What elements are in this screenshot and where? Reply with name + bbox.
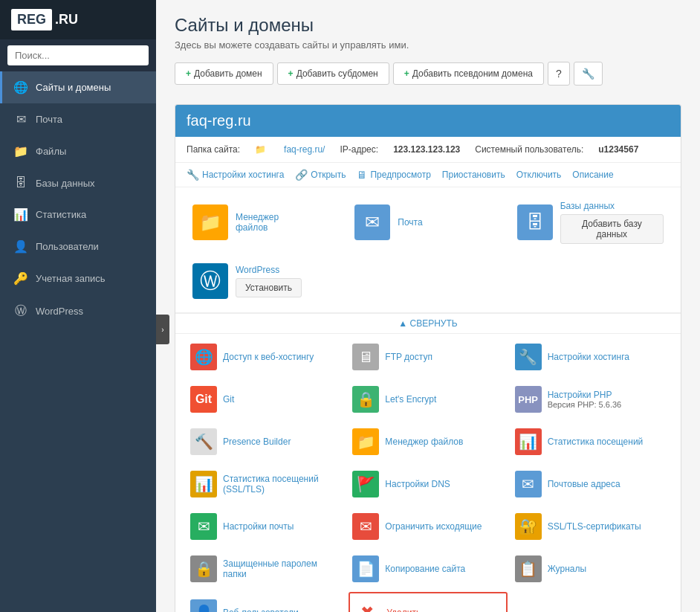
settings-button[interactable]: 🔧 bbox=[574, 62, 603, 86]
sidebar-nav: 🌐 Сайты и домены ← ✉ Почта 📁 Файлы 🗄 Баз… bbox=[0, 71, 156, 612]
open-link[interactable]: 🔗 Открыть bbox=[295, 169, 346, 181]
sidebar-item-label: Файлы bbox=[36, 146, 66, 157]
ext-copy-site[interactable]: 📄 Копирование сайта bbox=[349, 550, 507, 588]
sidebar-item-account[interactable]: 🔑 Учетная запись bbox=[0, 262, 156, 294]
users-icon: 👤 bbox=[13, 239, 28, 254]
ext-label-presence: Presence Builder bbox=[223, 437, 291, 447]
ext-file-manager2[interactable]: 📁 Менеджер файлов bbox=[349, 422, 507, 461]
ext-password-folders[interactable]: 🔒 Защищенные паролем папки bbox=[187, 550, 345, 588]
ext-label-copy: Копирование сайта bbox=[385, 564, 465, 574]
ext-label-dns: Настройки DNS bbox=[385, 479, 450, 489]
sys-user-value: u1234567 bbox=[598, 144, 638, 155]
add-alias-label: Добавить псевдоним домена bbox=[412, 68, 533, 79]
disable-label: Отключить bbox=[516, 170, 562, 180]
sidebar-item-databases[interactable]: 🗄 Базы данных bbox=[0, 167, 156, 199]
add-domain-label: Добавить домен bbox=[194, 68, 262, 79]
hosting-icon: 🔧 bbox=[515, 344, 542, 370]
db-link[interactable]: Базы данных bbox=[560, 201, 664, 211]
ext-web-users[interactable]: 👤 Веб-пользователи bbox=[187, 592, 345, 612]
files2-icon: 📁 bbox=[352, 428, 379, 455]
plus-icon2: + bbox=[288, 68, 294, 79]
sidebar-item-files[interactable]: 📁 Файлы bbox=[0, 135, 156, 167]
add-subdomain-button[interactable]: + Добавить субдомен bbox=[277, 62, 389, 85]
ext-lets-encrypt[interactable]: 🔒 Let's Encrypt bbox=[349, 380, 507, 419]
sidebar-item-wordpress[interactable]: Ⓦ WordPress bbox=[0, 294, 156, 328]
ftp-icon: 🖥 bbox=[352, 344, 379, 370]
ext-logs[interactable]: 📋 Журналы bbox=[511, 550, 670, 588]
plus-icon3: + bbox=[404, 68, 409, 79]
ssl-cert-icon: 🔐 bbox=[515, 513, 542, 540]
add-alias-button[interactable]: + Добавить псевдоним домена bbox=[393, 62, 544, 85]
ext-web-hosting[interactable]: 🌐 Доступ к веб-хостингу bbox=[187, 338, 345, 376]
ext-ftp[interactable]: 🖥 FTP доступ bbox=[349, 338, 507, 376]
sys-user-label: Системный пользователь: bbox=[475, 144, 583, 155]
ext-ssl-certs[interactable]: 🔐 SSL/TLS-сертификаты bbox=[511, 507, 670, 546]
sidebar-item-users[interactable]: 👤 Пользователи bbox=[0, 231, 156, 262]
install-wp-button[interactable]: Установить bbox=[236, 278, 302, 297]
folder-link[interactable]: faq-reg.ru/ bbox=[284, 144, 325, 155]
files-icon: 📁 bbox=[13, 144, 28, 158]
wrench-icon: 🔧 bbox=[187, 169, 199, 181]
ext-php[interactable]: PHP Настройки PHP Версия PHP: 5.6.36 bbox=[511, 380, 670, 419]
collapse-bar[interactable]: ▲ СВЕРНУТЬ bbox=[175, 313, 681, 334]
globe-icon: 🌐 bbox=[13, 80, 28, 94]
hosting-settings-link[interactable]: 🔧 Настройки хостинга bbox=[187, 169, 284, 181]
sidebar-item-sites[interactable]: 🌐 Сайты и домены ← bbox=[0, 71, 156, 103]
globe-ext-icon: 🌐 bbox=[190, 344, 217, 370]
folder-icon: 📁 bbox=[255, 144, 266, 155]
mail-icon: ✉ bbox=[13, 112, 28, 126]
copy-icon: 📄 bbox=[352, 555, 379, 582]
delete-icon: ✖ bbox=[354, 599, 380, 612]
help-button[interactable]: ? bbox=[548, 62, 570, 86]
pause-label: Приостановить bbox=[442, 170, 505, 180]
open-icon: 🔗 bbox=[295, 169, 308, 181]
sidebar-item-stats[interactable]: 📊 Статистика bbox=[0, 199, 156, 231]
ext-mail-settings[interactable]: ✉ Настройки почты bbox=[187, 507, 345, 546]
service-mail: ✉ Почта bbox=[349, 195, 507, 250]
sidebar-item-mail[interactable]: ✉ Почта bbox=[0, 103, 156, 135]
ext-hosting-settings[interactable]: 🔧 Настройки хостинга bbox=[511, 338, 670, 376]
domain-name-header: faq-reg.ru bbox=[175, 105, 681, 137]
sidebar-collapse-button[interactable]: › bbox=[156, 315, 169, 344]
folder-label: Папка сайта: bbox=[187, 144, 240, 155]
ext-label-mail-settings: Настройки почты bbox=[223, 521, 294, 532]
lets-icon: 🔒 bbox=[352, 386, 379, 413]
add-db-button[interactable]: Добавить базу данных bbox=[560, 214, 664, 244]
ext-restrict[interactable]: ✉ Ограничить исходящие bbox=[349, 507, 507, 546]
ext-label-webusers: Веб-пользователи bbox=[223, 608, 299, 612]
ext-presence-builder[interactable]: 🔨 Presence Builder bbox=[187, 422, 345, 461]
logo-box: REG bbox=[11, 9, 52, 30]
logo: REG .RU bbox=[0, 0, 156, 39]
pause-link[interactable]: Приостановить bbox=[442, 169, 505, 181]
ext-label-delete: Удалить bbox=[386, 608, 421, 612]
restrict-icon: ✉ bbox=[352, 513, 379, 540]
ext-ssl-stats[interactable]: 📊 Статистика посещений (SSL/TLS) bbox=[187, 465, 345, 503]
sidebar-item-label: Пользователи bbox=[36, 241, 99, 252]
wp-link[interactable]: WordPress bbox=[236, 265, 302, 275]
wp-icon: Ⓦ bbox=[192, 263, 228, 299]
ssl-stats-icon: 📊 bbox=[190, 471, 217, 497]
mail-service-link[interactable]: Почта bbox=[398, 217, 422, 228]
account-icon: 🔑 bbox=[13, 271, 28, 286]
ext-label-hosting: Настройки хостинга bbox=[548, 352, 629, 362]
disable-link[interactable]: Отключить bbox=[516, 169, 562, 181]
preview-link[interactable]: 🖥 Предпросмотр bbox=[357, 169, 430, 181]
ext-label-ssl-certs: SSL/TLS-сертификаты bbox=[548, 521, 641, 532]
logo-text: .RU bbox=[55, 12, 78, 28]
file-manager-link[interactable]: Менеджерфайлов bbox=[236, 212, 279, 233]
add-domain-button[interactable]: + Добавить домен bbox=[175, 62, 273, 85]
dns-icon: 🚩 bbox=[352, 471, 379, 497]
mail-settings-icon: ✉ bbox=[190, 513, 217, 540]
ext-mail-addresses[interactable]: ✉ Почтовые адреса bbox=[511, 465, 670, 503]
mail-service-icon: ✉ bbox=[354, 204, 390, 240]
ext-git[interactable]: Git Git bbox=[187, 380, 345, 419]
ext-visit-stats[interactable]: 📊 Статистика посещений bbox=[511, 422, 670, 461]
ext-delete[interactable]: ✖ Удалить bbox=[349, 592, 507, 612]
sidebar-item-label: Базы данных bbox=[36, 178, 95, 189]
preview-label: Предпросмотр bbox=[370, 170, 430, 180]
search-input[interactable] bbox=[7, 45, 149, 65]
ext-dns[interactable]: 🚩 Настройки DNS bbox=[349, 465, 507, 503]
ext-label-ftp: FTP доступ bbox=[385, 352, 432, 362]
description-link[interactable]: Описание bbox=[572, 169, 613, 181]
file-manager-icon: 📁 bbox=[192, 204, 228, 240]
